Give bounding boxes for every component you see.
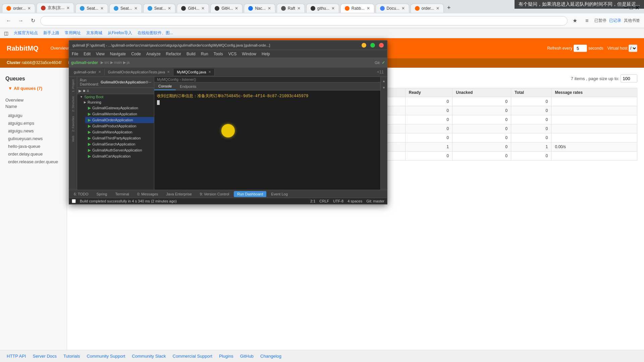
sidebar-queue-gulixueyuan[interactable]: gulixueyuan.news [5, 135, 61, 142]
settings-button[interactable]: ≡ [582, 16, 592, 25]
sidebar-queue-order-delay[interactable]: order.delay.queue [5, 150, 61, 158]
sidebar-queue-atguigu-news[interactable]: atguigu.news [5, 127, 61, 135]
menu-file[interactable]: File [72, 52, 78, 56]
tab-close-12[interactable]: ✕ [436, 6, 439, 11]
tree-auth[interactable]: ▶ GulimallAuthServerApplication [85, 147, 154, 153]
tab-close-9[interactable]: ✕ [331, 6, 335, 11]
menu-view[interactable]: View [96, 52, 105, 56]
tree-thirdparty[interactable]: ▶ GulimallThirdPartyApplication [85, 135, 154, 141]
endpoints-tab[interactable]: Endpoints [176, 83, 200, 90]
bookmark-huohu[interactable]: 火狐官方站点 [14, 30, 38, 36]
new-tab-button[interactable]: + [444, 3, 453, 13]
apps-icon[interactable]: ◫ [4, 31, 8, 36]
menu-run[interactable]: Run [201, 52, 208, 56]
reload-button[interactable]: ↻ [28, 16, 38, 25]
bookmark-import[interactable]: 从Firefox导入 [108, 30, 132, 36]
tree-running[interactable]: ▶ Running [81, 100, 154, 105]
forward-button[interactable]: → [16, 16, 25, 25]
browser-tab-10[interactable]: Rabb...✕ [340, 4, 374, 13]
menu-vcs[interactable]: VCS [228, 52, 237, 56]
vert-tab-project[interactable]: 1: Project [71, 78, 75, 94]
sidebar-queue-atguigu[interactable]: atguigu [5, 112, 61, 119]
tab-gulimall-order[interactable]: gulimall-order ✕ [70, 69, 105, 75]
browser-tab-1[interactable]: 京东(京...✕ [37, 3, 74, 13]
tree-spring-boot[interactable]: ▼ Spring Boot [77, 94, 154, 100]
run-dashboard-settings-icon[interactable]: ⚙ [145, 80, 149, 84]
tab-close-1[interactable]: ✕ [66, 6, 70, 10]
menu-build[interactable]: Build [186, 52, 196, 56]
browser-tab-3[interactable]: Seat...✕ [109, 4, 142, 13]
tab-close-2[interactable]: ✕ [100, 6, 104, 11]
tab-close-4[interactable]: ✕ [168, 6, 171, 11]
console-tab[interactable]: Console [154, 83, 176, 90]
run-tab-terminal[interactable]: Terminal [112, 191, 132, 197]
browser-tab-5[interactable]: GitH...✕ [177, 4, 209, 13]
tab-close-11[interactable]: ✕ [401, 6, 405, 11]
tab-close-8[interactable]: ✕ [297, 6, 301, 11]
menu-edit[interactable]: Edit [84, 52, 91, 56]
browser-tab-12[interactable]: order...✕ [411, 4, 444, 13]
bookmark-draw[interactable]: 在线绘图软件、图... [138, 30, 173, 36]
menu-help[interactable]: Help [262, 52, 270, 56]
sidebar-queue-order-release[interactable]: order.release.order.queue [5, 158, 61, 166]
sidebar-queue-atguigu-emps[interactable]: atguigu.emps [5, 119, 61, 127]
tree-member[interactable]: ▶ GulimallMemberApplication [85, 111, 154, 117]
tree-gateway[interactable]: ▶ GulimallGatewayApplication [85, 105, 154, 111]
tab-close-7[interactable]: ✕ [268, 6, 271, 11]
tab-close-tests[interactable]: ✕ [167, 70, 170, 74]
menu-navigate[interactable]: Navigate [110, 52, 126, 56]
menu-window[interactable]: Window [242, 52, 256, 56]
browser-tab-7[interactable]: Nac...✕ [244, 4, 275, 13]
tab-application-tests[interactable]: GulimallOrderApplicationTests.java ✕ [105, 69, 174, 75]
sidebar-name-link[interactable]: Name [5, 104, 61, 109]
bookmark-jd[interactable]: 京东商城 [86, 30, 102, 36]
ide-close-button[interactable] [379, 43, 384, 48]
run-tab-todo[interactable]: 6: TODO [70, 191, 92, 197]
stop-btn[interactable]: ■ [83, 88, 85, 93]
footer-plugins[interactable]: Plugins [219, 354, 233, 359]
footer-tutorials[interactable]: Tutorials [63, 354, 80, 359]
scroll-up-btn[interactable]: ▲ [381, 78, 387, 83]
run-btn[interactable]: ▶ [78, 88, 82, 93]
refresh-input[interactable] [574, 45, 587, 52]
run-tab-spring[interactable]: Spring [93, 191, 111, 197]
vert-tab-favorites[interactable]: 2: Favorites [71, 115, 75, 133]
run-tab-java-enterprise[interactable]: Java Enterprise [163, 191, 195, 197]
tab-close-10[interactable]: ✕ [367, 6, 370, 11]
bookmark-common[interactable]: 常用网址 [65, 30, 81, 36]
run-tab-version-control[interactable]: 9: Version Control [197, 191, 232, 197]
vhost-select[interactable]: / [629, 45, 637, 52]
browser-tab-2[interactable]: Seat...✕ [75, 4, 108, 13]
tab-close-6[interactable]: ✕ [235, 6, 238, 11]
tab-close-3[interactable]: ✕ [134, 6, 138, 11]
run-tab-messages[interactable]: 0: Messages [134, 191, 161, 197]
footer-server-docs[interactable]: Server Docs [33, 354, 57, 359]
browser-tab-11[interactable]: Docu...✕ [376, 4, 409, 13]
footer-changelog[interactable]: Changelog [260, 354, 281, 359]
tree-cart[interactable]: ▶ GulimallCartApplication [85, 153, 154, 159]
browser-tab-4[interactable]: Seat...✕ [143, 4, 176, 13]
menu-refactor[interactable]: Refactor [166, 52, 181, 56]
footer-community-support[interactable]: Community Support [87, 354, 125, 359]
sidebar-queue-hello[interactable]: hello-java-queue [5, 142, 61, 150]
tab-close-0[interactable]: ✕ [28, 6, 31, 11]
menu-analyze[interactable]: Analyze [146, 52, 161, 56]
page-size-input[interactable] [621, 74, 637, 82]
footer-community-slack[interactable]: Community Slack [132, 354, 166, 359]
footer-github[interactable]: GitHub [240, 354, 254, 359]
bookmark-newbie[interactable]: 新手上路 [43, 30, 59, 36]
tree-search[interactable]: ▶ GulimallSearchApplication [85, 141, 154, 147]
address-bar[interactable]: 192.168.56.10:15672/#/queues [40, 16, 568, 25]
browser-tab-6[interactable]: GitH...✕ [210, 4, 243, 13]
menu-code[interactable]: Code [131, 52, 141, 56]
tab-close-5[interactable]: ✕ [201, 6, 205, 11]
build-checkbox[interactable] [72, 199, 76, 203]
run-tab-dashboard[interactable]: Run Dashboard [234, 191, 266, 197]
tree-product[interactable]: ▶ GulimallProductApplication [85, 123, 154, 129]
tab-close-config[interactable]: ✕ [208, 70, 211, 74]
browser-tab-8[interactable]: Raft✕ [277, 4, 305, 13]
ide-minimize-button[interactable] [362, 43, 366, 48]
menu-tools[interactable]: Tools [214, 52, 223, 56]
ide-maximize-button[interactable] [370, 43, 375, 48]
tab-myqmconfig[interactable]: MyMQConfig.java ✕ [173, 69, 214, 75]
